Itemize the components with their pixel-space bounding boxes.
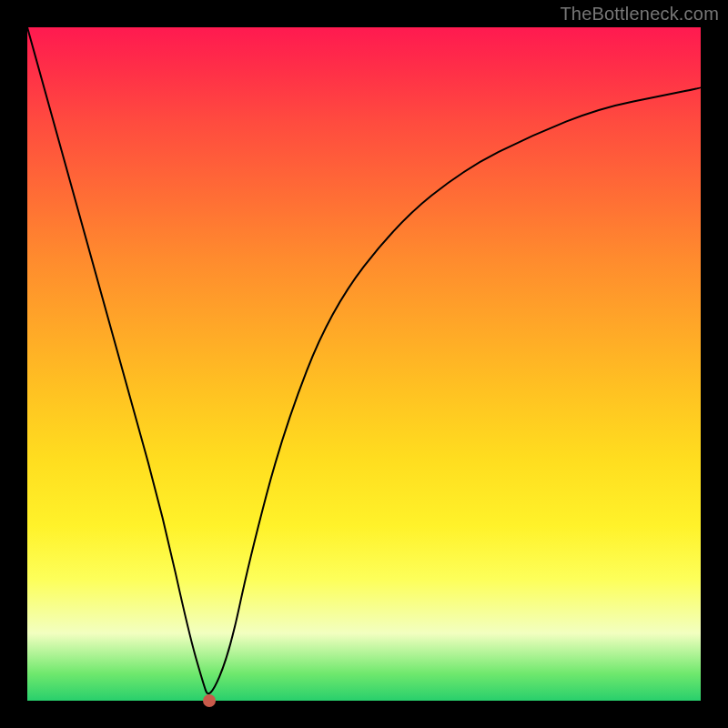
bottleneck-curve [27,27,701,693]
plot-area [27,27,701,701]
curve-svg [27,27,701,701]
chart-frame: TheBottleneck.com [0,0,728,728]
watermark-text: TheBottleneck.com [560,4,719,25]
optimum-marker [203,694,216,707]
